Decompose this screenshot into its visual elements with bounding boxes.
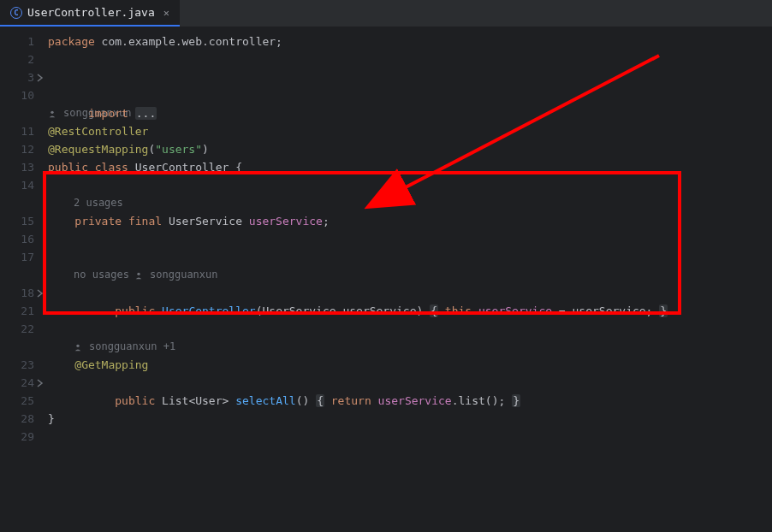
tab-bar: C UserController.java ✕: [0, 0, 772, 27]
code-line[interactable]: package com.example.web.controller;: [48, 33, 772, 50]
code-line[interactable]: @RestController: [48, 122, 772, 140]
code-line[interactable]: [48, 50, 772, 68]
code-line[interactable]: public UserController(UserService userSe…: [48, 284, 772, 302]
line-no: 13: [0, 158, 34, 176]
keyword: public class: [48, 161, 135, 174]
usages-hint[interactable]: no usages songguanxun: [48, 266, 772, 284]
keyword: return: [324, 394, 378, 407]
code-line[interactable]: [48, 320, 772, 338]
tab-usercontroller[interactable]: C UserController.java ✕: [0, 0, 180, 27]
line-no: 12: [0, 140, 34, 158]
line-no: 3: [0, 68, 34, 86]
brace: {: [316, 394, 324, 407]
punct: ;: [323, 215, 330, 228]
usages-text: 2 usages: [74, 194, 123, 212]
line-no: 17: [0, 248, 34, 266]
method-name: selectAll: [235, 394, 295, 407]
punct: ): [202, 143, 209, 156]
line-no: 10: [0, 86, 34, 104]
svg-point-2: [76, 344, 79, 346]
author-text: songguanxun +1: [89, 338, 175, 356]
line-no: [0, 194, 34, 212]
fold-icon[interactable]: [36, 289, 45, 298]
expr: = userService;: [552, 304, 659, 317]
user-icon: [74, 343, 82, 352]
svg-point-1: [137, 272, 140, 275]
keyword: public: [115, 304, 162, 317]
line-no: 15: [0, 212, 34, 230]
field-ref: userService: [378, 394, 452, 407]
keyword: this: [438, 304, 472, 317]
line-no: [0, 266, 34, 284]
annotation: @RestController: [48, 125, 148, 138]
line-no: [0, 104, 34, 122]
code-line[interactable]: @GetMapping: [48, 356, 772, 374]
line-no: 11: [0, 122, 34, 140]
code-line[interactable]: }: [48, 410, 772, 428]
code-line[interactable]: [48, 428, 772, 446]
line-no: 2: [0, 50, 34, 68]
code-line[interactable]: [48, 176, 772, 194]
keyword: public: [115, 394, 162, 407]
brace: }: [659, 304, 668, 317]
punct: (): [296, 394, 316, 407]
type: List: [162, 394, 188, 407]
usages-text: no usages: [74, 266, 129, 284]
class-name: UserController: [135, 161, 229, 174]
code-line[interactable]: [48, 86, 772, 104]
line-no: 28: [0, 410, 34, 428]
params: (UserService userService): [256, 304, 431, 317]
code-area[interactable]: package com.example.web.controller; impo…: [48, 27, 772, 532]
keyword: private final: [74, 215, 169, 228]
field-ref: userService: [478, 304, 552, 317]
usages-hint[interactable]: 2 usages: [48, 194, 772, 212]
fold-icon[interactable]: [36, 379, 45, 387]
close-icon[interactable]: ✕: [160, 7, 173, 19]
keyword: import: [88, 107, 135, 120]
editor[interactable]: 1 2 3 10 11 12 13 14 15 16 17 18 21 22 2…: [0, 27, 772, 532]
code-line[interactable]: import ...: [48, 68, 772, 86]
field-name: userService: [249, 215, 323, 228]
line-no: 22: [0, 320, 34, 338]
fold-icon[interactable]: [36, 74, 45, 82]
tab-filename: UserController.java: [27, 6, 155, 19]
punct: .: [472, 304, 478, 317]
method-name: UserController: [162, 304, 256, 317]
code-line[interactable]: public List<User> selectAll() { return u…: [48, 374, 772, 392]
call: .list();: [452, 394, 512, 407]
code-line[interactable]: public class UserController {: [48, 158, 772, 176]
line-no: 24: [0, 374, 34, 392]
class-icon: C: [10, 7, 22, 19]
brace: }: [48, 412, 55, 425]
fold-ellipsis[interactable]: ...: [135, 107, 157, 120]
line-no: 29: [0, 428, 34, 446]
annotation: @GetMapping: [74, 358, 148, 371]
type: UserService: [169, 215, 249, 228]
string-literal: "users": [155, 143, 202, 156]
brace: }: [512, 394, 520, 407]
keyword: package: [48, 35, 95, 48]
line-no: 23: [0, 356, 34, 374]
line-no: 1: [0, 33, 34, 50]
line-no: 16: [0, 230, 34, 248]
package-path: com.example.web.controller;: [95, 35, 282, 48]
line-no: 18: [0, 284, 34, 302]
line-no: 21: [0, 302, 34, 320]
line-no: [0, 338, 34, 356]
type: <User>: [188, 394, 235, 407]
punct: {: [229, 161, 242, 174]
code-line[interactable]: [48, 248, 772, 266]
author-hint[interactable]: songguanxun +1: [48, 338, 772, 356]
annotation: @RequestMapping: [48, 143, 148, 156]
line-no: 25: [0, 392, 34, 410]
gutter: 1 2 3 10 11 12 13 14 15 16 17 18 21 22 2…: [0, 27, 48, 532]
code-line[interactable]: private final UserService userService;: [48, 212, 772, 230]
user-icon: [134, 271, 143, 280]
code-line[interactable]: [48, 230, 772, 248]
line-no: 14: [0, 176, 34, 194]
author-text: songguanxun: [150, 266, 217, 284]
code-line[interactable]: @RequestMapping("users"): [48, 140, 772, 158]
brace: {: [430, 304, 438, 317]
